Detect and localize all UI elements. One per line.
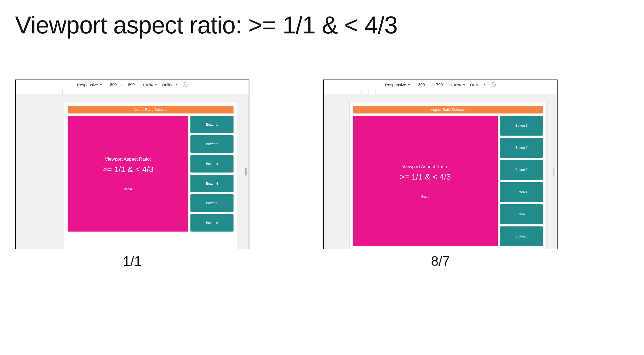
demo-app: Aspect Ratio Detector Viewport Aspect Ra…: [353, 106, 543, 249]
button-6[interactable]: Button 6: [500, 226, 543, 246]
page-title: Viewport aspect ratio: >= 1/1 & < 4/3: [15, 11, 398, 39]
network-select[interactable]: Online: [470, 82, 486, 87]
zoom-select[interactable]: 100%: [142, 82, 157, 87]
device-select-label: Responsive: [77, 82, 98, 87]
button-2[interactable]: Button 2: [500, 138, 543, 158]
button-1[interactable]: Button 1: [500, 116, 543, 136]
caption-right: 8/7: [323, 253, 558, 269]
width-input[interactable]: 800: [415, 82, 428, 87]
emulated-viewport: Aspect Ratio Detector Viewport Aspect Ra…: [350, 102, 546, 249]
zoom-select[interactable]: 100%: [451, 82, 465, 87]
chevron-down-icon: [483, 84, 486, 85]
devtools-frame-right: Responsive 800 × 700 100% Online: [323, 80, 558, 249]
chevron-down-icon: [154, 84, 157, 85]
devtools-ruler: [324, 89, 557, 94]
button-column: Button 1 Button 2 Button 3 Button 4 Butt…: [500, 116, 543, 246]
device-select[interactable]: Responsive: [77, 82, 102, 87]
resize-handle-right[interactable]: [554, 168, 555, 175]
button-2[interactable]: Button 2: [190, 135, 234, 153]
chevron-down-icon: [408, 84, 410, 85]
emulated-viewport: Aspect Ratio Detector Viewport Aspect Ra…: [64, 102, 237, 249]
button-5[interactable]: Button 5: [190, 194, 234, 212]
devtools-toolbar: Responsive 800 × 800 100% Online: [16, 80, 249, 89]
chevron-down-icon: [100, 84, 102, 85]
resize-handle-right[interactable]: [245, 168, 247, 175]
devtools-ruler: [16, 89, 249, 94]
button-4[interactable]: Button 4: [190, 175, 234, 192]
app-main: Viewport Aspect Ratio: >= 1/1 & < 4/3 Bo…: [353, 116, 543, 246]
button-4[interactable]: Button 4: [500, 182, 543, 202]
ratio-label: Viewport Aspect Ratio:: [402, 164, 448, 170]
devtools-frame-left: Responsive 800 × 800 100% Online: [15, 80, 249, 249]
devtools-body: Aspect Ratio Detector Viewport Aspect Ra…: [324, 94, 557, 249]
times-icon: ×: [429, 82, 432, 87]
device-select-label: Responsive: [385, 82, 406, 87]
button-3[interactable]: Button 3: [500, 160, 543, 180]
board-name: Board: [421, 195, 429, 198]
network-select[interactable]: Online: [162, 82, 178, 87]
devtools-toolbar: Responsive 800 × 700 100% Online: [324, 80, 557, 89]
ratio-label: Viewport Aspect Ratio:: [105, 157, 151, 162]
rotate-icon[interactable]: [183, 82, 187, 87]
caption-left: 1/1: [15, 253, 249, 269]
board-panel: Viewport Aspect Ratio: >= 1/1 & < 4/3 Bo…: [353, 116, 498, 246]
demo-app: Aspect Ratio Detector Viewport Aspect Ra…: [68, 106, 234, 249]
resize-handle-corner[interactable]: [232, 249, 236, 249]
app-main: Viewport Aspect Ratio: >= 1/1 & < 4/3 Bo…: [68, 116, 234, 232]
device-select[interactable]: Responsive: [385, 82, 410, 87]
dimensions: 800 × 700: [415, 82, 446, 87]
button-6[interactable]: Button 6: [190, 214, 234, 232]
network-label: Online: [162, 82, 173, 87]
ratio-value: >= 1/1 & < 4/3: [102, 165, 153, 174]
ratio-value: >= 1/1 & < 4/3: [400, 172, 451, 181]
button-1[interactable]: Button 1: [190, 116, 234, 133]
board-name: Board: [124, 187, 132, 191]
devtools-body: Aspect Ratio Detector Viewport Aspect Ra…: [16, 94, 249, 249]
button-column: Button 1 Button 2 Button 3 Button 4 Butt…: [190, 116, 234, 232]
app-header: Aspect Ratio Detector: [68, 106, 234, 113]
height-input[interactable]: 700: [433, 82, 446, 87]
app-header: Aspect Ratio Detector: [353, 106, 543, 113]
height-input[interactable]: 800: [125, 82, 138, 87]
zoom-label: 100%: [142, 82, 153, 87]
rotate-icon[interactable]: [491, 82, 496, 87]
dimensions: 800 × 800: [107, 82, 138, 87]
button-5[interactable]: Button 5: [500, 204, 543, 224]
board-panel: Viewport Aspect Ratio: >= 1/1 & < 4/3 Bo…: [68, 116, 188, 232]
button-3[interactable]: Button 3: [190, 155, 234, 173]
times-icon: ×: [121, 82, 124, 87]
width-input[interactable]: 800: [107, 82, 120, 87]
network-label: Online: [470, 82, 482, 87]
zoom-label: 100%: [451, 82, 461, 87]
chevron-down-icon: [462, 84, 465, 85]
chevron-down-icon: [175, 84, 178, 85]
